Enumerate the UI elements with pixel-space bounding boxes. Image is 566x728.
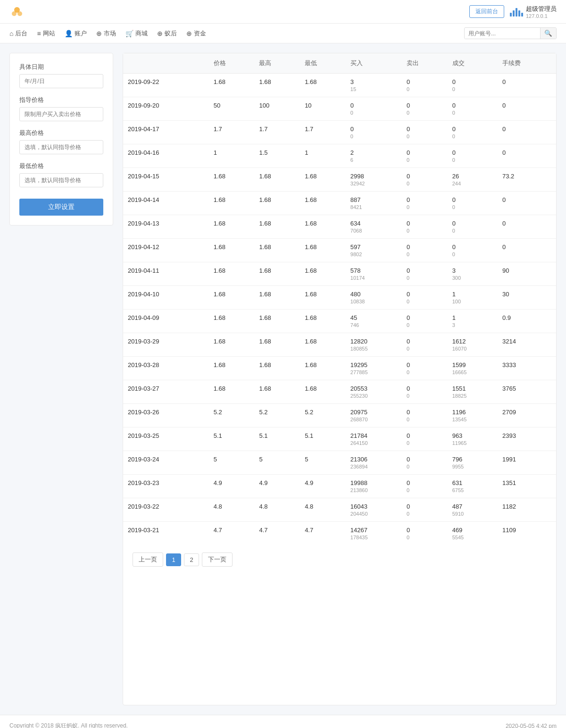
cell-fee: 0 — [498, 144, 556, 168]
table-row: 2019-04-14 1.68 1.68 1.68 887 8421 0 0 0… — [123, 192, 556, 215]
table-row: 2019-03-29 1.68 1.68 1.68 12820 180855 0… — [123, 333, 556, 357]
price-input[interactable] — [19, 107, 103, 121]
cell-date: 2019-03-26 — [123, 404, 209, 427]
main: 具体日期 指导价格 最高价格 最低价格 立即设置 价格 — [0, 43, 566, 715]
table-row: 2019-04-12 1.68 1.68 1.68 597 9802 0 0 0… — [123, 239, 556, 262]
cell-date: 2019-03-24 — [123, 451, 209, 475]
cell-date: 2019-03-22 — [123, 498, 209, 522]
cell-deal: 1196 13545 — [448, 404, 498, 427]
cell-price: 4.8 — [209, 498, 255, 522]
cell-low: 1.68 — [300, 357, 346, 380]
cell-high: 1.5 — [254, 144, 300, 168]
cell-fee: 73.2 — [498, 168, 556, 192]
prev-page-button[interactable]: 上一页 — [133, 552, 163, 567]
cell-sell: 0 0 — [402, 451, 448, 475]
nav-item-account[interactable]: 👤 账户 — [65, 29, 87, 38]
cell-sell: 0 0 — [402, 192, 448, 215]
cell-buy: 578 10174 — [346, 262, 402, 286]
cell-sell: 0 0 — [402, 380, 448, 404]
cell-deal: 3 300 — [448, 262, 498, 286]
cell-deal: 0 0 — [448, 144, 498, 168]
cell-deal: 26 244 — [448, 168, 498, 192]
nav-label-account: 账户 — [75, 29, 87, 38]
submit-button[interactable]: 立即设置 — [19, 199, 103, 216]
cell-sell: 0 0 — [402, 357, 448, 380]
cell-deal: 487 5910 — [448, 498, 498, 522]
admin-details: 超级管理员 127.0.0.1 — [526, 5, 557, 19]
cell-low: 1.68 — [300, 333, 346, 357]
svg-point-1 — [12, 11, 17, 16]
cell-sell: 0 0 — [402, 168, 448, 192]
cell-fee: 2393 — [498, 427, 556, 451]
cell-sell: 0 0 — [402, 97, 448, 121]
shop-icon: 🛒 — [125, 30, 133, 37]
nav-item-site[interactable]: ≡ 网站 — [37, 29, 55, 38]
col-sell: 卖出 — [402, 53, 448, 74]
cell-price: 1 — [209, 144, 255, 168]
col-date — [123, 53, 209, 74]
max-price-input[interactable] — [19, 140, 103, 154]
cell-deal: 0 0 — [448, 239, 498, 262]
cell-price: 1.68 — [209, 168, 255, 192]
nav-label-market: 市场 — [104, 29, 116, 38]
search-input[interactable] — [465, 28, 540, 39]
cell-date: 2019-04-16 — [123, 144, 209, 168]
next-page-button[interactable]: 下一页 — [202, 552, 233, 567]
nav-item-dashboard[interactable]: ⌂ 后台 — [9, 29, 27, 38]
return-button[interactable]: 返回前台 — [469, 5, 504, 18]
cell-buy: 21784 264150 — [346, 427, 402, 451]
table-row: 2019-09-20 50 100 10 0 0 0 0 0 0 0 — [123, 97, 556, 121]
nav-item-queen[interactable]: ⊕ 蚁后 — [157, 29, 177, 38]
cell-high: 1.68 — [254, 286, 300, 310]
table-header-row: 价格 最高 最低 买入 卖出 成交 手续费 — [123, 53, 556, 74]
cell-date: 2019-04-14 — [123, 192, 209, 215]
table-row: 2019-03-23 4.9 4.9 4.9 19988 213860 0 0 … — [123, 475, 556, 498]
cell-sell: 0 0 — [402, 262, 448, 286]
search-button[interactable]: 🔍 — [540, 28, 556, 39]
min-price-group: 最低价格 — [19, 162, 103, 187]
nav-item-shop[interactable]: 🛒 商城 — [125, 29, 148, 38]
cell-date: 2019-03-21 — [123, 522, 209, 545]
cell-deal: 796 9955 — [448, 451, 498, 475]
cell-deal: 631 6755 — [448, 475, 498, 498]
table-row: 2019-04-10 1.68 1.68 1.68 480 10838 0 0 … — [123, 286, 556, 310]
nav-item-market[interactable]: ⊕ 市场 — [96, 29, 116, 38]
sidebar: 具体日期 指导价格 最高价格 最低价格 立即设置 — [9, 53, 113, 705]
cell-deal: 0 0 — [448, 74, 498, 97]
table-row: 2019-09-22 1.68 1.68 1.68 3 15 0 0 0 0 0 — [123, 74, 556, 97]
cell-fee: 3765 — [498, 380, 556, 404]
cell-high: 1.68 — [254, 192, 300, 215]
cell-deal: 0 0 — [448, 192, 498, 215]
page-1-button[interactable]: 1 — [166, 553, 181, 566]
cell-buy: 887 8421 — [346, 192, 402, 215]
cell-buy: 16043 204450 — [346, 498, 402, 522]
cell-sell: 0 0 — [402, 498, 448, 522]
cell-sell: 0 0 — [402, 286, 448, 310]
cell-date: 2019-03-25 — [123, 427, 209, 451]
cell-buy: 597 9802 — [346, 239, 402, 262]
logo-icon — [9, 4, 25, 19]
date-input[interactable] — [19, 74, 103, 88]
logo — [9, 4, 25, 19]
header-right: 返回前台 超级管理员 127.0.0.1 — [469, 5, 557, 19]
min-price-input[interactable] — [19, 173, 103, 187]
page-2-button[interactable]: 2 — [184, 553, 199, 566]
table-row: 2019-04-09 1.68 1.68 1.68 45 746 0 0 1 3… — [123, 310, 556, 333]
cell-price: 1.68 — [209, 192, 255, 215]
cell-date: 2019-09-22 — [123, 74, 209, 97]
admin-ip: 127.0.0.1 — [526, 13, 557, 19]
cell-low: 1.68 — [300, 262, 346, 286]
cell-date: 2019-03-29 — [123, 333, 209, 357]
cell-price: 4.9 — [209, 475, 255, 498]
table-row: 2019-03-24 5 5 5 21306 236894 0 0 796 99… — [123, 451, 556, 475]
cell-buy: 2 6 — [346, 144, 402, 168]
nav-item-finance[interactable]: ⊕ 资金 — [186, 29, 206, 38]
site-icon: ≡ — [37, 30, 41, 37]
cell-fee: 0 — [498, 215, 556, 239]
cell-low: 1.68 — [300, 74, 346, 97]
cell-sell: 0 0 — [402, 404, 448, 427]
cell-high: 1.68 — [254, 239, 300, 262]
cell-price: 1.68 — [209, 215, 255, 239]
table-row: 2019-03-22 4.8 4.8 4.8 16043 204450 0 0 … — [123, 498, 556, 522]
cell-low: 10 — [300, 97, 346, 121]
